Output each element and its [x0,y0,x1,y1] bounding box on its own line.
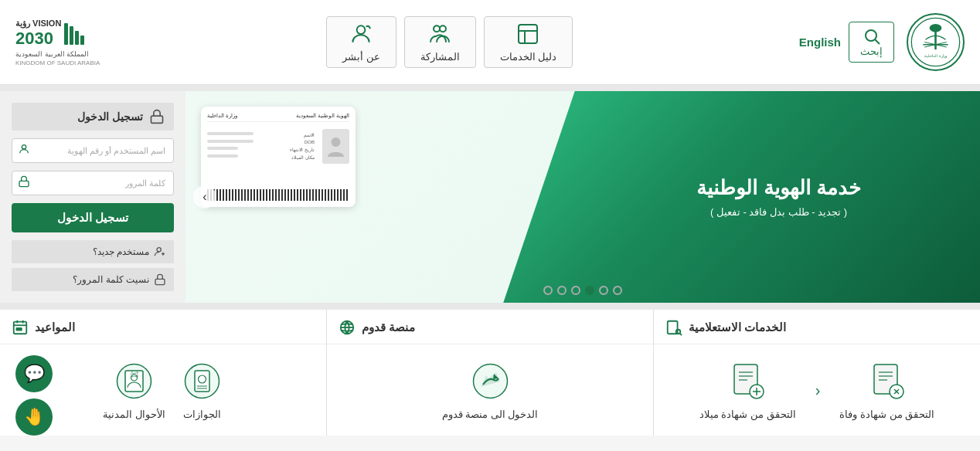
dot-0[interactable] [613,286,622,295]
id-card-ministry: وزارة الداخلية [207,113,237,119]
svg-point-14 [22,145,26,149]
nav-item-participation[interactable]: المشاركة [404,16,476,68]
svg-line-22 [680,334,682,335]
new-user-icon [154,246,166,258]
english-button[interactable]: English [799,36,841,49]
service-item-birth-cert[interactable]: التحقق من شهادة ميلاد [699,360,796,420]
globe-icon [339,319,356,336]
arrival-service-label: منصة قدوم [362,320,415,334]
birth-cert-icon [726,360,769,402]
dot-3[interactable] [571,286,580,295]
search-area: إبحث English [799,22,894,63]
dot-4[interactable] [557,286,567,295]
vision-text-block: رؤية VISION 2030 [15,19,61,49]
float-buttons: 💬 🤚 [15,355,53,436]
dot-1[interactable] [599,286,608,295]
svg-rect-6 [519,25,537,43]
vision-label: رؤية VISION [15,19,61,28]
dot-5[interactable] [543,286,553,295]
user-icon [18,143,30,158]
svg-rect-19 [155,279,165,284]
id-card-fields: الاسم DOB تاريخ الانتهاء مكان الميلاد [207,132,315,164]
svg-rect-46 [16,328,19,331]
id-card-header: الهوية الوطنية السعودية وزارة الداخلية [207,113,349,122]
slider-subtitle: ( تجديد - طلب بدل فاقد - تفعيل ) [696,206,860,218]
header-nav: دليل الخدمات المشاركة عن أبشر [326,16,573,68]
login-title: تسجيل الدخول [12,103,174,131]
help-button[interactable]: 🤚 [15,398,53,436]
slider-next-arrow[interactable]: › [193,185,216,209]
chat-button[interactable]: 💬 [15,355,53,392]
hero-slider: الهوية الوطنية السعودية وزارة الداخلية ا… [185,91,980,303]
birth-cert-label: التحقق من شهادة ميلاد [699,409,796,420]
arrival-service-items: الدخول الى منصة قدوم [327,344,653,436]
nav-item-services-guide[interactable]: دليل الخدمات [484,16,573,68]
password-input-wrap [12,171,174,195]
login-panel: تسجيل الدخول تسجيل الدخول [0,91,185,303]
slider-text: خدمة الهوية الوطنية ( تجديد - طلب بدل فا… [696,176,860,218]
vision-country: المملكة العربية السعودية [15,50,89,58]
civil-affairs-icon: الأحوال المدنية [113,360,155,402]
inquiry-service-label: الخدمات الاستعلامية [689,320,786,334]
service-item-passports[interactable]: الجوازات [181,360,223,420]
main-content: الهوية الوطنية السعودية وزارة الداخلية ا… [0,91,980,303]
new-user-link[interactable]: مستخدم جديد؟ [12,240,174,263]
civil-affairs-label: الأحوال المدنية [103,409,165,420]
passports-icon [181,360,223,402]
svg-point-4 [866,30,876,41]
id-card-illustration: الهوية الوطنية السعودية وزارة الداخلية ا… [201,107,356,207]
slider-title: خدمة الهوية الوطنية [696,176,860,200]
svg-point-9 [434,25,440,32]
header-left: وزارة الداخلية إبحث English [799,13,965,71]
service-item-civil-affairs[interactable]: الأحوال المدنية الأحوال المدنية [103,360,165,420]
svg-point-12 [332,137,341,147]
calendar-icon [12,319,29,336]
vision-2030-badge: رؤية VISION 2030 [15,19,84,49]
nav-services-guide-label: دليل الخدمات [500,51,557,63]
svg-text:المدنية: المدنية [131,374,138,378]
appointments-service-label: المواعيد [35,320,75,334]
lock-icon [18,175,30,191]
arrival-service-block: منصة قدوم الدخو [326,310,653,436]
slider-dots [543,286,622,295]
site-header: وزارة الداخلية إبحث English دليل الخدمات [0,0,980,85]
svg-point-16 [157,248,161,252]
arrival-service-header: منصة قدوم [327,310,653,344]
service-item-arrival[interactable]: الدخول الى منصة قدوم [442,360,539,420]
arrival-platform-label: الدخول الى منصة قدوم [442,409,539,420]
site-logo: وزارة الداخلية [907,13,965,71]
header-right: رؤية VISION 2030 المملكة العربية السعودي… [15,19,100,66]
username-input[interactable] [12,138,174,163]
vision-logo: رؤية VISION 2030 المملكة العربية السعودي… [15,19,100,66]
username-input-wrap [12,138,174,163]
nav-absher-label: عن أبشر [342,51,380,63]
svg-point-2 [930,24,942,32]
inquiry-arrow[interactable]: ‹ [812,360,825,420]
main-separator [0,303,980,309]
forgot-password-icon [154,273,166,286]
inquiry-service-items: التحقق من شهادة وفاة ‹ التحق [654,344,980,436]
login-submit-button[interactable]: تسجيل الدخول [12,203,174,232]
search-button[interactable]: إبحث [849,22,894,63]
passports-label: الجوازات [183,409,221,420]
death-cert-label: التحقق من شهادة وفاة [839,409,934,420]
service-item-death-cert[interactable]: التحقق من شهادة وفاة [839,360,934,420]
login-icon [149,109,165,124]
svg-line-5 [875,40,880,45]
login-links: مستخدم جديد؟ نسيت كلمة المرور؟ [12,240,174,291]
arrival-platform-icon [469,360,512,402]
forgot-password-link[interactable]: نسيت كلمة المرور؟ [12,268,174,291]
svg-point-10 [440,25,446,32]
password-input[interactable] [12,171,174,195]
vision-year: 2030 [15,29,61,49]
svg-point-11 [357,25,366,34]
inquiry-service-block: الخدمات الاستعلامية [653,310,980,436]
id-card-barcode [207,189,349,201]
nav-item-absher[interactable]: عن أبشر [326,16,396,68]
id-card-photo [322,129,349,164]
svg-rect-47 [19,328,22,331]
dot-2[interactable] [585,286,594,295]
inquiry-service-header: الخدمات الاستعلامية [654,310,980,344]
nav-participation-label: المشاركة [420,51,460,63]
svg-rect-15 [19,181,29,186]
